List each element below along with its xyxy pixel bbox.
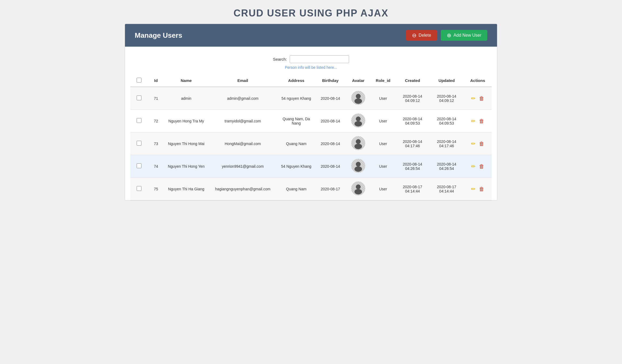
cell-created: 2020-08-1704:14:44 <box>395 178 430 200</box>
edit-button[interactable]: ✏ <box>471 118 476 124</box>
cell-email: HongMai@gmail.com <box>208 132 278 155</box>
svg-point-6 <box>356 94 361 99</box>
col-role-header: Role_id <box>371 74 395 87</box>
cell-id: 71 <box>147 87 164 110</box>
delete-icon: ⊖ <box>412 33 417 38</box>
cell-address: Quang Nam, Da Nang <box>278 110 315 132</box>
cell-updated: 2020-08-1404:09:12 <box>430 87 464 110</box>
row-checkbox[interactable] <box>137 141 141 146</box>
row-checkbox[interactable] <box>137 118 141 123</box>
cell-avatar <box>346 178 371 200</box>
avatar <box>351 114 365 128</box>
row-checkbox-cell <box>130 178 147 200</box>
users-table: Id Name Email Address Birthday Avatar Ro… <box>130 74 492 200</box>
cell-avatar <box>346 87 371 110</box>
cell-address: Quang Nam <box>278 132 315 155</box>
delete-button[interactable]: ⊖ Delete <box>406 30 437 41</box>
avatar <box>351 181 365 195</box>
cell-birthday: 2020-08-14 <box>315 110 346 132</box>
edit-button[interactable]: ✏ <box>471 163 476 170</box>
trash-button[interactable]: 🗑 <box>479 141 484 147</box>
table-header: Id Name Email Address Birthday Avatar Ro… <box>130 74 492 87</box>
cell-actions: ✏ 🗑 <box>464 132 492 155</box>
col-created-header: Created <box>395 74 430 87</box>
delete-label: Delete <box>419 33 431 38</box>
cell-address: 54 Nguyen Khang <box>278 155 315 178</box>
table-row: 72 Nguyen Hong Tra My tramyidol@gmail.co… <box>130 110 492 132</box>
table-row: 75 Nguyen Thi Ha Giang hagiangnguyenphan… <box>130 178 492 200</box>
cell-id: 72 <box>147 110 164 132</box>
cell-created: 2020-08-1404:17:46 <box>395 132 430 155</box>
edit-button[interactable]: ✏ <box>471 140 476 147</box>
row-checkbox-cell <box>130 132 147 155</box>
row-checkbox[interactable] <box>137 186 141 191</box>
add-label: Add New User <box>454 33 481 38</box>
row-checkbox[interactable] <box>137 95 141 100</box>
edit-button[interactable]: ✏ <box>471 186 476 192</box>
page-title: CRUD USER USING PHP AJAX <box>0 0 622 24</box>
add-new-user-button[interactable]: ⊕ Add New User <box>441 30 487 41</box>
cell-actions: ✏ 🗑 <box>464 87 492 110</box>
cell-updated: 2020-08-1404:09:53 <box>430 110 464 132</box>
cell-id: 75 <box>147 178 164 200</box>
search-input[interactable] <box>290 55 349 63</box>
cell-role: User <box>371 155 395 178</box>
cell-name: admin <box>164 87 208 110</box>
select-all-checkbox[interactable] <box>137 78 141 83</box>
card-header: Manage Users ⊖ Delete ⊕ Add New User <box>125 24 497 47</box>
search-label: Search: <box>273 57 287 61</box>
manage-users-title: Manage Users <box>135 31 182 40</box>
cell-name: Nguyen Hong Tra My <box>164 110 208 132</box>
svg-point-22 <box>356 139 361 144</box>
trash-button[interactable]: 🗑 <box>479 163 484 170</box>
svg-point-39 <box>354 189 362 194</box>
cell-role: User <box>371 132 395 155</box>
card-body: Search: Person info will be listed here.… <box>125 47 497 200</box>
col-birthday-header: Birthday <box>315 74 346 87</box>
cell-id: 73 <box>147 132 164 155</box>
svg-point-15 <box>354 121 362 126</box>
avatar <box>351 91 365 105</box>
cell-birthday: 2020-08-14 <box>315 155 346 178</box>
col-avatar-header: Avatar <box>346 74 371 87</box>
row-checkbox[interactable] <box>137 163 141 168</box>
col-name-header: Name <box>164 74 208 87</box>
svg-point-38 <box>356 184 361 189</box>
cell-avatar <box>346 132 371 155</box>
col-email-header: Email <box>208 74 278 87</box>
row-checkbox-cell <box>130 155 147 178</box>
cell-birthday: 2020-08-14 <box>315 87 346 110</box>
table-row: 73 Nguyen Thi Hong Mai HongMai@gmail.com… <box>130 132 492 155</box>
main-card: Manage Users ⊖ Delete ⊕ Add New User Sea… <box>125 24 497 201</box>
edit-button[interactable]: ✏ <box>471 95 476 102</box>
cell-actions: ✏ 🗑 <box>464 110 492 132</box>
table-row: 74 Nguyen Thi Hong Yen yenrion9941@gmail… <box>130 155 492 178</box>
cell-birthday: 2020-08-17 <box>315 178 346 200</box>
svg-point-31 <box>354 166 362 172</box>
trash-button[interactable]: 🗑 <box>479 95 484 102</box>
search-row: Search: <box>130 55 492 63</box>
cell-actions: ✏ 🗑 <box>464 178 492 200</box>
svg-point-14 <box>356 116 361 121</box>
col-id-header: Id <box>147 74 164 87</box>
cell-updated: 2020-08-1704:14:44 <box>430 178 464 200</box>
cell-updated: 2020-08-1404:26:54 <box>430 155 464 178</box>
cell-email: yenrion9941@gmail.com <box>208 155 278 178</box>
cell-created: 2020-08-1404:26:54 <box>395 155 430 178</box>
add-icon: ⊕ <box>447 33 451 38</box>
svg-point-23 <box>354 144 362 149</box>
row-checkbox-cell <box>130 87 147 110</box>
trash-button[interactable]: 🗑 <box>479 118 484 124</box>
row-checkbox-cell <box>130 110 147 132</box>
svg-point-7 <box>354 98 362 104</box>
cell-actions: ✏ 🗑 <box>464 155 492 178</box>
cell-role: User <box>371 110 395 132</box>
cell-id: 74 <box>147 155 164 178</box>
cell-address: Quang Nam <box>278 178 315 200</box>
col-actions-header: Actions <box>464 74 492 87</box>
avatar <box>351 136 365 150</box>
cell-email: hagiangnguyenphan@gmail.com <box>208 178 278 200</box>
trash-button[interactable]: 🗑 <box>479 186 484 192</box>
table-body: 71 admin admin@gmail.com 54 nguyen Khang… <box>130 87 492 200</box>
cell-email: tramyidol@gmail.com <box>208 110 278 132</box>
